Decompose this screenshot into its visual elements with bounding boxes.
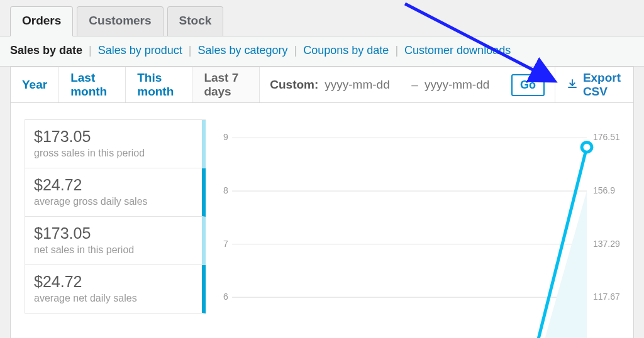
stat-net-sales[interactable]: $173.05 net sales in this period: [25, 217, 206, 265]
stat-value: $173.05: [34, 224, 193, 243]
right-tick: 156.9: [593, 185, 615, 195]
date-end-input[interactable]: [425, 78, 505, 92]
stat-label: average gross daily sales: [34, 196, 193, 207]
stat-gross-sales[interactable]: $173.05 gross sales in this period: [25, 120, 206, 168]
date-range-dash: –: [411, 78, 418, 92]
stat-label: net sales in this period: [34, 244, 193, 256]
range-last-month-button[interactable]: Last month: [59, 67, 126, 102]
right-tick: 137.29: [593, 239, 619, 249]
sales-chart: 9 8 7 6 176.51 156.9 137.29 117.67: [217, 119, 619, 338]
separator: |: [187, 44, 193, 57]
stat-value: $173.05: [34, 128, 193, 146]
subnav-coupons-by-date[interactable]: Coupons by date: [303, 44, 389, 57]
stat-average-net[interactable]: $24.72 average net daily sales: [25, 265, 206, 313]
date-range-bar: Year Last month This month Last 7 days C…: [11, 67, 633, 103]
tab-orders[interactable]: Orders: [10, 6, 73, 36]
stat-value: $24.72: [34, 176, 193, 194]
report-subnav: Sales by date | Sales by product | Sales…: [0, 36, 644, 67]
stat-label: average net daily sales: [34, 293, 193, 304]
subnav-sales-by-category[interactable]: Sales by category: [198, 44, 288, 57]
left-tick: 6: [223, 292, 228, 302]
tab-stock[interactable]: Stock: [167, 6, 224, 36]
export-csv-label: Export CSV: [583, 71, 622, 99]
stats-column: $173.05 gross sales in this period $24.7…: [25, 119, 206, 338]
separator: |: [293, 44, 299, 57]
report-body: $173.05 gross sales in this period $24.7…: [11, 103, 633, 338]
stat-average-gross[interactable]: $24.72 average gross daily sales: [25, 168, 206, 217]
range-custom-group: Custom: – Go: [260, 67, 555, 102]
left-tick: 8: [223, 185, 228, 195]
go-button[interactable]: Go: [511, 74, 545, 96]
separator: |: [394, 44, 399, 57]
export-csv-button[interactable]: Export CSV: [555, 67, 633, 102]
date-start-input[interactable]: [325, 78, 405, 92]
chart-area: [544, 191, 587, 338]
chart-pane: 9 8 7 6 176.51 156.9 137.29 117.67: [217, 119, 619, 338]
range-this-month-button[interactable]: This month: [126, 67, 192, 102]
range-year-button[interactable]: Year: [11, 67, 59, 102]
subnav-sales-by-date: Sales by date: [10, 44, 82, 57]
range-custom-label: Custom:: [270, 78, 318, 92]
right-tick: 176.51: [593, 133, 619, 143]
report-container: Year Last month This month Last 7 days C…: [10, 67, 634, 338]
subnav-sales-by-product[interactable]: Sales by product: [98, 44, 182, 57]
right-tick: 117.67: [593, 292, 619, 302]
left-tick: 9: [223, 133, 228, 143]
stat-value: $24.72: [34, 273, 193, 291]
left-tick: 7: [223, 239, 228, 249]
subnav-customer-downloads[interactable]: Customer downloads: [404, 44, 511, 57]
separator: |: [87, 44, 93, 57]
stat-label: gross sales in this period: [34, 148, 193, 159]
tab-customers[interactable]: Customers: [77, 6, 163, 36]
download-icon: [567, 78, 578, 92]
range-last-7-days-button[interactable]: Last 7 days: [192, 67, 260, 102]
chart-data-point: [582, 142, 592, 152]
top-tabs: Orders Customers Stock: [0, 0, 644, 36]
